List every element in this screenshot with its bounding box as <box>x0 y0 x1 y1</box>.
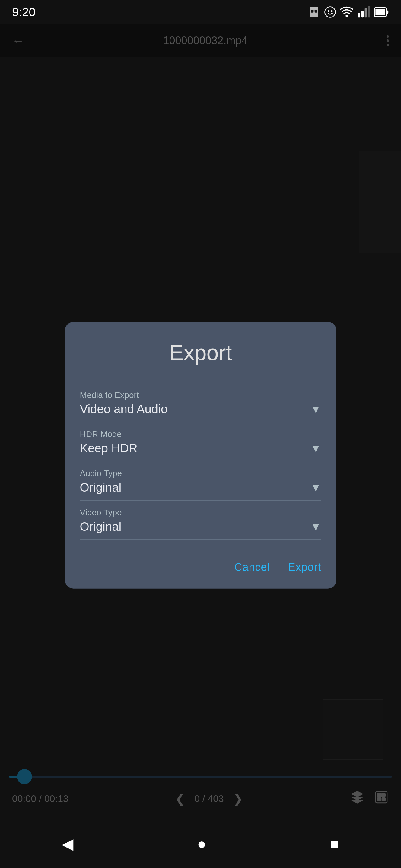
video-type-value: Original <box>80 520 122 533</box>
media-to-export-value: Video and Audio <box>80 402 168 416</box>
status-icons <box>308 5 389 19</box>
svg-rect-7 <box>358 13 360 18</box>
sim-icon <box>308 6 320 18</box>
export-button[interactable]: Export <box>288 561 321 574</box>
svg-rect-8 <box>362 11 364 18</box>
audio-type-row[interactable]: Original ▼ <box>80 481 321 494</box>
hdr-mode-row[interactable]: Keep HDR ▼ <box>80 441 321 455</box>
dialog-actions: Cancel Export <box>80 555 321 574</box>
status-time: 9:20 <box>12 5 36 19</box>
face-icon <box>324 6 337 19</box>
audio-type-dropdown-icon: ▼ <box>311 481 321 494</box>
hdr-mode-field[interactable]: HDR Mode Keep HDR ▼ <box>80 422 321 461</box>
cancel-button[interactable]: Cancel <box>234 561 270 574</box>
audio-type-label: Audio Type <box>80 469 321 478</box>
media-to-export-label: Media to Export <box>80 390 321 400</box>
status-bar: 9:20 <box>0 0 401 24</box>
media-to-export-field[interactable]: Media to Export Video and Audio ▼ <box>80 383 321 422</box>
video-type-field[interactable]: Video Type Original ▼ <box>80 501 321 540</box>
hdr-mode-dropdown-icon: ▼ <box>311 442 321 455</box>
nav-back-button[interactable]: ◀ <box>62 835 73 852</box>
export-dialog: Export Media to Export Video and Audio ▼… <box>65 322 337 589</box>
svg-rect-13 <box>375 9 385 15</box>
nav-recent-button[interactable]: ■ <box>330 835 339 852</box>
media-to-export-row[interactable]: Video and Audio ▼ <box>80 402 321 416</box>
video-type-row[interactable]: Original ▼ <box>80 520 321 533</box>
svg-point-5 <box>331 10 333 12</box>
hdr-mode-label: HDR Mode <box>80 430 321 439</box>
hdr-mode-value: Keep HDR <box>80 441 138 455</box>
svg-point-6 <box>345 15 348 17</box>
video-type-dropdown-icon: ▼ <box>311 520 321 533</box>
audio-type-value: Original <box>80 481 122 494</box>
svg-rect-12 <box>386 10 388 14</box>
nav-bar: ◀ ● ■ <box>0 820 401 868</box>
signal-icon <box>357 5 370 19</box>
svg-rect-10 <box>368 6 370 18</box>
svg-rect-2 <box>315 10 317 12</box>
wifi-icon <box>340 5 353 19</box>
battery-icon <box>374 5 389 19</box>
svg-rect-1 <box>311 10 314 12</box>
svg-point-3 <box>325 7 336 18</box>
nav-home-button[interactable]: ● <box>197 835 206 852</box>
video-type-label: Video Type <box>80 508 321 518</box>
dialog-title: Export <box>80 340 321 365</box>
audio-type-field[interactable]: Audio Type Original ▼ <box>80 461 321 501</box>
svg-rect-9 <box>365 8 367 18</box>
media-to-export-dropdown-icon: ▼ <box>311 403 321 415</box>
svg-point-4 <box>328 10 329 12</box>
